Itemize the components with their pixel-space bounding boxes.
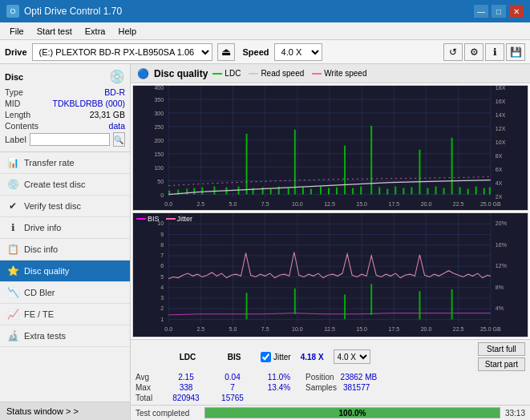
svg-text:16%: 16%: [496, 240, 507, 248]
disc-mid-label: MID: [5, 99, 20, 108]
svg-rect-80: [435, 187, 437, 195]
svg-text:2: 2: [160, 305, 164, 312]
svg-rect-87: [489, 188, 491, 195]
svg-text:20.0: 20.0: [421, 201, 432, 207]
nav-cd-bler[interactable]: 📉 CD Bler: [0, 282, 130, 304]
svg-rect-79: [427, 188, 428, 195]
transfer-rate-icon: 📊: [6, 156, 19, 169]
svg-text:200: 200: [154, 138, 164, 143]
svg-text:3: 3: [160, 293, 164, 301]
max-label: Max: [136, 383, 160, 392]
svg-text:18X: 18X: [496, 86, 506, 91]
nav-verify-test-disc[interactable]: ✔ Verify test disc: [0, 196, 130, 217]
menu-help[interactable]: Help: [111, 25, 143, 38]
progress-percent: 100.0%: [205, 408, 500, 418]
svg-text:8X: 8X: [496, 153, 503, 159]
extra-tests-icon: 🔬: [6, 329, 19, 342]
svg-text:250: 250: [154, 124, 164, 130]
bis-legend-color: [136, 218, 146, 220]
start-part-button[interactable]: Start part: [478, 357, 525, 371]
svg-rect-138: [344, 294, 346, 319]
disc-info-icon: 📋: [6, 243, 19, 256]
svg-text:350: 350: [154, 97, 164, 103]
svg-text:4X: 4X: [496, 180, 503, 186]
nav-drive-info[interactable]: ℹ Drive info: [0, 217, 130, 239]
svg-text:150: 150: [154, 151, 164, 157]
svg-rect-53: [201, 188, 203, 195]
jitter-check: Jitter: [261, 352, 291, 362]
svg-text:7.5: 7.5: [261, 201, 269, 207]
chart2-svg: 10 9 8 7 6 5 4 3 2 1 20% 16% 12% 8% 4%: [133, 213, 528, 337]
svg-rect-81: [443, 188, 445, 195]
chart1-svg: 400 350 300 250 200 150 100 50 0 18X 16X…: [133, 86, 528, 210]
minimize-button[interactable]: —: [474, 5, 488, 18]
legend-write-speed: Write speed: [312, 69, 366, 78]
disc-quality-icon: ⭐: [6, 265, 19, 277]
total-bis: 15765: [212, 394, 253, 402]
svg-text:6: 6: [160, 262, 164, 269]
disc-label-input[interactable]: [30, 133, 110, 146]
content-header-icon: 🔵: [137, 68, 149, 79]
jitter-legend-label: Jitter: [177, 215, 193, 223]
legend-ldc: LDC: [212, 69, 241, 78]
jitter-label: Jitter: [273, 353, 291, 361]
drive-label: Drive: [5, 47, 27, 57]
jitter-legend: Jitter: [166, 215, 193, 223]
titlebar-left: O Opti Drive Control 1.70: [6, 5, 122, 18]
disc-label-button[interactable]: 🔍: [113, 132, 125, 147]
charts-container: 400 350 300 250 200 150 100 50 0 18X 16X…: [131, 83, 530, 339]
total-ldc: 820943: [166, 394, 206, 402]
start-full-button[interactable]: Start full: [478, 342, 525, 356]
svg-rect-73: [378, 188, 380, 195]
info-button[interactable]: ℹ: [485, 43, 504, 61]
app-title: Opti Drive Control 1.70: [24, 6, 122, 17]
svg-text:4%: 4%: [496, 305, 504, 312]
save-button[interactable]: 💾: [506, 43, 525, 61]
svg-text:5.0: 5.0: [229, 201, 237, 207]
svg-text:0.0: 0.0: [164, 325, 172, 332]
eject-button[interactable]: ⏏: [217, 43, 235, 61]
disc-length-label: Length: [5, 110, 30, 119]
drive-select[interactable]: (E:) PLEXTOR BD-R PX-LB950SA 1.06: [32, 43, 212, 61]
menu-starttest[interactable]: Start test: [30, 25, 79, 38]
maximize-button[interactable]: □: [492, 5, 506, 18]
nav-transfer-rate[interactable]: 📊 Transfer rate: [0, 152, 130, 174]
nav-disc-info[interactable]: 📋 Disc info: [0, 239, 130, 260]
avg-jitter: 11.0%: [259, 373, 299, 382]
svg-text:1: 1: [160, 315, 164, 322]
svg-text:10.0: 10.0: [292, 325, 303, 332]
settings-button[interactable]: ⚙: [464, 43, 483, 61]
nav-drive-info-label: Drive info: [24, 223, 61, 232]
menu-extra[interactable]: Extra: [79, 25, 112, 38]
jitter-checkbox[interactable]: [261, 352, 271, 362]
bottom-bar: Test completed 100.0% 33:13: [131, 405, 530, 420]
svg-text:2.5: 2.5: [196, 325, 204, 332]
refresh-button[interactable]: ↺: [443, 43, 463, 61]
disc-length-value: 23,31 GB: [90, 110, 125, 119]
svg-text:6X: 6X: [496, 167, 503, 172]
nav-fe-te[interactable]: 📈 FE / TE: [0, 304, 130, 325]
svg-text:17.5: 17.5: [388, 201, 399, 207]
nav-extra-tests[interactable]: 🔬 Extra tests: [0, 325, 130, 347]
svg-rect-136: [246, 293, 248, 319]
speed-select-stats[interactable]: 4.0 X: [334, 349, 370, 364]
progress-bar: 100.0%: [204, 407, 500, 418]
nav-disc-quality[interactable]: ⭐ Disc quality: [0, 260, 130, 282]
svg-rect-70: [352, 188, 354, 195]
nav-create-test-disc[interactable]: 💿 Create test disc: [0, 174, 130, 196]
svg-text:5: 5: [160, 273, 164, 280]
disc-type-label: Type: [5, 87, 23, 97]
content-header: 🔵 Disc quality LDC Read speed Write spee…: [131, 64, 530, 83]
speed-label: Speed: [243, 47, 269, 57]
verify-test-disc-icon: ✔: [6, 200, 19, 212]
speed-select[interactable]: 4.0 X: [274, 43, 322, 61]
menu-file[interactable]: File: [3, 25, 30, 38]
svg-rect-66: [320, 187, 322, 195]
nav-disc-info-label: Disc info: [24, 244, 58, 254]
stats-total-row: Total 820943 15765: [136, 394, 525, 402]
disc-type-value: BD-R: [104, 87, 125, 97]
status-window-button[interactable]: Status window > >: [0, 402, 130, 420]
svg-rect-139: [370, 284, 372, 315]
samples-value: 381577: [343, 383, 391, 392]
close-button[interactable]: ✕: [509, 5, 524, 18]
